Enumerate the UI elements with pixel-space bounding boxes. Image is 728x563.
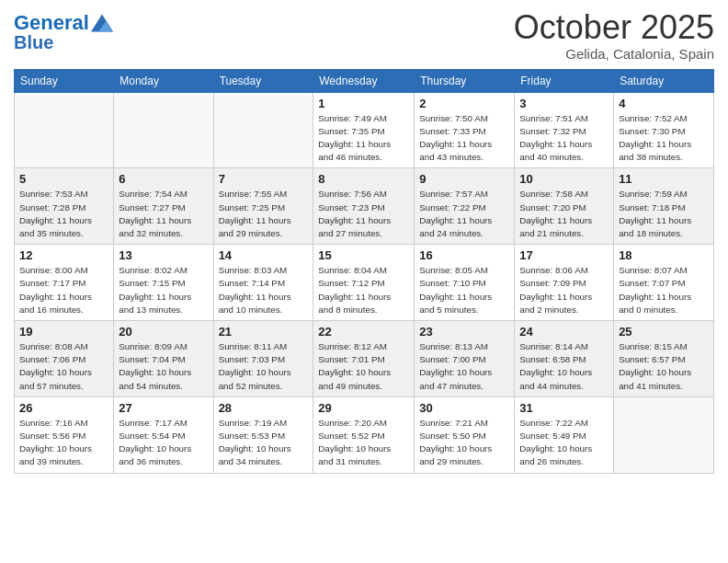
day-number: 3 (519, 97, 609, 110)
calendar-cell: 26Sunrise: 7:16 AMSunset: 5:56 PMDayligh… (15, 396, 114, 473)
day-info: Sunrise: 8:02 AMSunset: 7:15 PMDaylight:… (119, 264, 208, 316)
weekday-header-friday: Friday (515, 69, 614, 92)
day-info: Sunrise: 7:17 AMSunset: 5:54 PMDaylight:… (119, 417, 208, 469)
day-number: 1 (318, 97, 409, 110)
day-info: Sunrise: 7:54 AMSunset: 7:27 PMDaylight:… (119, 188, 208, 240)
day-info: Sunrise: 7:57 AMSunset: 7:22 PMDaylight:… (419, 188, 509, 240)
location: Gelida, Catalonia, Spain (514, 46, 714, 62)
weekday-header-tuesday: Tuesday (213, 69, 313, 92)
day-info: Sunrise: 7:20 AMSunset: 5:52 PMDaylight:… (318, 417, 409, 469)
day-number: 19 (19, 325, 108, 339)
day-info: Sunrise: 7:53 AMSunset: 7:28 PMDaylight:… (19, 188, 108, 240)
day-info: Sunrise: 8:03 AMSunset: 7:14 PMDaylight:… (219, 264, 309, 316)
logo-icon (91, 14, 113, 32)
calendar-cell: 30Sunrise: 7:21 AMSunset: 5:50 PMDayligh… (415, 396, 515, 473)
page-container: General Blue October 2025 Gelida, Catalo… (0, 0, 728, 483)
calendar-cell: 8Sunrise: 7:56 AMSunset: 7:23 PMDaylight… (313, 168, 415, 245)
weekday-header-thursday: Thursday (415, 69, 515, 92)
day-info: Sunrise: 8:04 AMSunset: 7:12 PMDaylight:… (318, 264, 409, 316)
day-number: 4 (619, 97, 709, 110)
day-info: Sunrise: 8:07 AMSunset: 7:07 PMDaylight:… (619, 264, 709, 316)
calendar-cell: 31Sunrise: 7:22 AMSunset: 5:49 PMDayligh… (515, 396, 614, 473)
day-number: 2 (419, 97, 509, 110)
day-number: 12 (19, 248, 108, 262)
day-number: 11 (619, 172, 709, 186)
day-info: Sunrise: 7:49 AMSunset: 7:35 PMDaylight:… (318, 112, 409, 165)
day-number: 28 (219, 401, 309, 415)
week-row-3: 12Sunrise: 8:00 AMSunset: 7:17 PMDayligh… (15, 245, 714, 321)
logo-text: General (14, 13, 89, 33)
day-number: 24 (519, 325, 609, 339)
day-number: 17 (519, 248, 609, 262)
day-number: 7 (219, 172, 309, 186)
day-info: Sunrise: 7:55 AMSunset: 7:25 PMDaylight:… (219, 188, 309, 240)
day-info: Sunrise: 8:08 AMSunset: 7:06 PMDaylight:… (19, 340, 108, 393)
calendar-cell: 17Sunrise: 8:06 AMSunset: 7:09 PMDayligh… (515, 245, 614, 321)
day-number: 9 (419, 172, 509, 186)
day-number: 21 (219, 325, 309, 339)
calendar-cell: 28Sunrise: 7:19 AMSunset: 5:53 PMDayligh… (213, 396, 313, 473)
logo-blue-text: Blue (14, 33, 113, 52)
calendar-cell: 4Sunrise: 7:52 AMSunset: 7:30 PMDaylight… (614, 92, 714, 168)
calendar-cell: 11Sunrise: 7:59 AMSunset: 7:18 PMDayligh… (614, 168, 714, 245)
calendar-cell: 15Sunrise: 8:04 AMSunset: 7:12 PMDayligh… (313, 245, 415, 321)
calendar-cell: 12Sunrise: 8:00 AMSunset: 7:17 PMDayligh… (15, 245, 114, 321)
day-info: Sunrise: 8:14 AMSunset: 6:58 PMDaylight:… (519, 340, 609, 393)
calendar-cell: 14Sunrise: 8:03 AMSunset: 7:14 PMDayligh… (213, 245, 313, 321)
day-number: 29 (318, 401, 409, 415)
calendar-cell: 16Sunrise: 8:05 AMSunset: 7:10 PMDayligh… (415, 245, 515, 321)
month-title: October 2025 (514, 9, 714, 46)
day-number: 8 (318, 172, 409, 186)
calendar-cell: 3Sunrise: 7:51 AMSunset: 7:32 PMDaylight… (515, 92, 614, 168)
day-info: Sunrise: 8:05 AMSunset: 7:10 PMDaylight:… (419, 264, 509, 316)
calendar-cell: 13Sunrise: 8:02 AMSunset: 7:15 PMDayligh… (114, 245, 213, 321)
day-number: 25 (619, 325, 709, 339)
day-number: 13 (119, 248, 208, 262)
calendar-cell: 23Sunrise: 8:13 AMSunset: 7:00 PMDayligh… (415, 321, 515, 397)
day-number: 15 (318, 248, 409, 262)
day-number: 31 (519, 401, 609, 415)
weekday-header-monday: Monday (114, 69, 213, 92)
weekday-header-row: SundayMondayTuesdayWednesdayThursdayFrid… (15, 69, 714, 92)
day-number: 5 (19, 172, 108, 186)
weekday-header-wednesday: Wednesday (313, 69, 415, 92)
day-info: Sunrise: 8:06 AMSunset: 7:09 PMDaylight:… (519, 264, 609, 316)
calendar-cell (15, 92, 114, 168)
day-number: 16 (419, 248, 509, 262)
calendar-cell: 6Sunrise: 7:54 AMSunset: 7:27 PMDaylight… (114, 168, 213, 245)
logo: General Blue (14, 13, 113, 52)
calendar-cell: 7Sunrise: 7:55 AMSunset: 7:25 PMDaylight… (213, 168, 313, 245)
day-info: Sunrise: 7:52 AMSunset: 7:30 PMDaylight:… (619, 112, 709, 165)
day-info: Sunrise: 7:59 AMSunset: 7:18 PMDaylight:… (619, 188, 709, 240)
calendar-cell: 10Sunrise: 7:58 AMSunset: 7:20 PMDayligh… (515, 168, 614, 245)
calendar-cell: 21Sunrise: 8:11 AMSunset: 7:03 PMDayligh… (213, 321, 313, 397)
day-number: 23 (419, 325, 509, 339)
day-info: Sunrise: 8:12 AMSunset: 7:01 PMDaylight:… (318, 340, 409, 393)
calendar-cell (614, 396, 714, 473)
calendar-cell: 9Sunrise: 7:57 AMSunset: 7:22 PMDaylight… (415, 168, 515, 245)
calendar-cell: 22Sunrise: 8:12 AMSunset: 7:01 PMDayligh… (313, 321, 415, 397)
day-number: 22 (318, 325, 409, 339)
calendar-cell: 25Sunrise: 8:15 AMSunset: 6:57 PMDayligh… (614, 321, 714, 397)
calendar-table: SundayMondayTuesdayWednesdayThursdayFrid… (14, 69, 714, 474)
calendar-cell (213, 92, 313, 168)
weekday-header-sunday: Sunday (15, 69, 114, 92)
day-info: Sunrise: 7:16 AMSunset: 5:56 PMDaylight:… (19, 417, 108, 469)
week-row-5: 26Sunrise: 7:16 AMSunset: 5:56 PMDayligh… (15, 396, 714, 473)
day-number: 26 (19, 401, 108, 415)
day-info: Sunrise: 8:09 AMSunset: 7:04 PMDaylight:… (119, 340, 208, 393)
day-info: Sunrise: 7:50 AMSunset: 7:33 PMDaylight:… (419, 112, 509, 165)
day-info: Sunrise: 7:51 AMSunset: 7:32 PMDaylight:… (519, 112, 609, 165)
day-number: 30 (419, 401, 509, 415)
calendar-cell: 29Sunrise: 7:20 AMSunset: 5:52 PMDayligh… (313, 396, 415, 473)
day-info: Sunrise: 8:11 AMSunset: 7:03 PMDaylight:… (219, 340, 309, 393)
day-number: 14 (219, 248, 309, 262)
week-row-1: 1Sunrise: 7:49 AMSunset: 7:35 PMDaylight… (15, 92, 714, 168)
title-area: October 2025 Gelida, Catalonia, Spain (514, 9, 714, 62)
day-info: Sunrise: 7:56 AMSunset: 7:23 PMDaylight:… (318, 188, 409, 240)
day-info: Sunrise: 7:21 AMSunset: 5:50 PMDaylight:… (419, 417, 509, 469)
day-number: 6 (119, 172, 208, 186)
calendar-cell (114, 92, 213, 168)
week-row-4: 19Sunrise: 8:08 AMSunset: 7:06 PMDayligh… (15, 321, 714, 397)
day-info: Sunrise: 7:19 AMSunset: 5:53 PMDaylight:… (219, 417, 309, 469)
